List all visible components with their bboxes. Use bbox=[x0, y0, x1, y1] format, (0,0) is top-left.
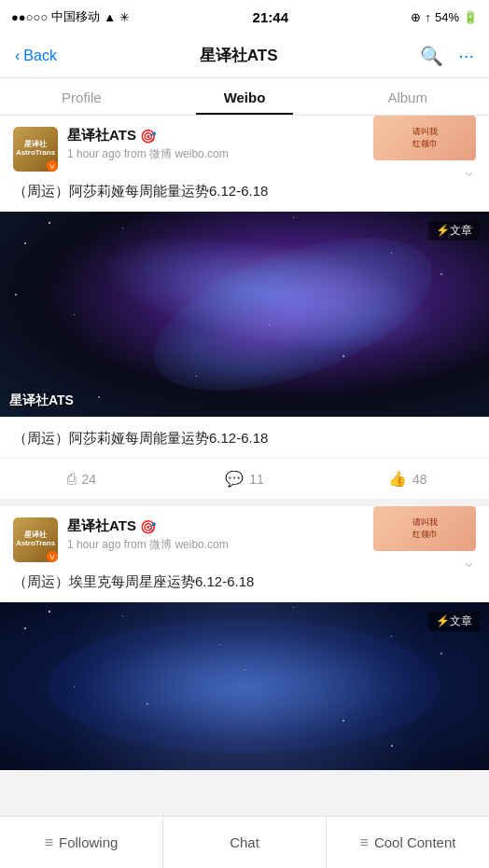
carrier: 中国移动 bbox=[51, 8, 100, 25]
dropdown-arrow-icon[interactable]: ⌄ bbox=[462, 551, 476, 572]
verified-badge: V bbox=[47, 160, 58, 172]
status-left: ●●○○○ 中国移动 ▲ ✳ bbox=[11, 8, 130, 25]
repost-count: 24 bbox=[82, 472, 97, 487]
activity-icon: ✳ bbox=[119, 10, 130, 24]
back-chevron-icon: ‹ bbox=[15, 48, 20, 64]
post-link-title[interactable]: （周运）阿莎莉娅每周能量运势6.12-6.18 bbox=[13, 417, 476, 459]
arrow-icon: ↑ bbox=[425, 10, 431, 24]
post-card: 星译社AstroTrans V 星译社ATS 🎯 1 hour ago from… bbox=[0, 116, 489, 499]
post-actions: ⎙ 24 💬 11 👍 48 bbox=[0, 458, 489, 499]
nav-actions: 🔍 ··· bbox=[420, 45, 474, 67]
following-label: Following bbox=[59, 834, 118, 850]
username-emoji: 🎯 bbox=[140, 129, 156, 144]
battery-percent: 54% bbox=[435, 10, 459, 24]
like-button[interactable]: 👍 48 bbox=[326, 459, 489, 499]
avatar[interactable]: 星译社AstroTrans V bbox=[13, 127, 58, 172]
post-image-label: ⚡文章 bbox=[428, 221, 480, 241]
wifi-icon: ▲ bbox=[104, 10, 116, 24]
status-bar: ●●○○○ 中国移动 ▲ ✳ 21:44 ⊕ ↑ 54% 🔋 bbox=[0, 0, 489, 34]
tab-bar: Profile Weibo Album bbox=[0, 78, 489, 116]
search-icon[interactable]: 🔍 bbox=[420, 45, 443, 67]
tab-profile[interactable]: Profile bbox=[0, 78, 163, 115]
verified-badge: V bbox=[47, 551, 58, 562]
status-right: ⊕ ↑ 54% 🔋 bbox=[411, 10, 478, 24]
promo-banner: 请叫我红领巾 bbox=[373, 116, 476, 160]
more-icon[interactable]: ··· bbox=[458, 45, 474, 66]
username-emoji: 🎯 bbox=[140, 519, 156, 534]
post-header: 星译社AstroTrans V 星译社ATS 🎯 1 hour ago from… bbox=[13, 127, 476, 172]
back-button[interactable]: ‹ Back bbox=[15, 48, 57, 64]
promo-banner: 请叫我红领巾 bbox=[373, 506, 476, 551]
post-text: （周运）阿莎莉娅每周能量运势6.12-6.18 bbox=[13, 181, 476, 202]
repost-button[interactable]: ⎙ 24 bbox=[0, 459, 163, 499]
page-title: 星译社ATS bbox=[200, 45, 278, 66]
post-card: 星译社AstroTrans V 星译社ATS 🎯 1 hour ago from… bbox=[0, 506, 489, 770]
post-image[interactable]: ⚡文章 星译社ATS bbox=[0, 212, 489, 417]
avatar[interactable]: 星译社AstroTrans V bbox=[13, 517, 58, 562]
stars-decoration bbox=[0, 602, 489, 770]
post-image-caption: 星译社ATS bbox=[9, 393, 74, 409]
chat-label: Chat bbox=[230, 834, 259, 850]
signal-dots: ●●○○○ bbox=[11, 10, 48, 24]
coolcontent-label: Cool Content bbox=[374, 834, 456, 850]
comment-button[interactable]: 💬 11 bbox=[163, 459, 327, 499]
location-icon: ⊕ bbox=[411, 10, 421, 24]
back-label: Back bbox=[23, 48, 57, 64]
nav-chat[interactable]: Chat bbox=[163, 817, 327, 868]
post-text: （周运）埃里克每周星座运势6.12-6.18 bbox=[13, 572, 476, 593]
time: 21:44 bbox=[253, 9, 288, 25]
comment-count: 11 bbox=[249, 472, 264, 487]
like-count: 48 bbox=[412, 472, 427, 487]
comment-icon: 💬 bbox=[225, 470, 244, 488]
battery-icon: 🔋 bbox=[463, 10, 478, 24]
repost-icon: ⎙ bbox=[67, 471, 77, 488]
post-image-label-2: ⚡文章 bbox=[428, 612, 480, 631]
post-image-2[interactable]: ⚡文章 bbox=[0, 602, 489, 770]
stars-decoration bbox=[0, 212, 489, 417]
nav-following[interactable]: ≡ Following bbox=[0, 817, 163, 868]
content-area: 星译社AstroTrans V 星译社ATS 🎯 1 hour ago from… bbox=[0, 116, 489, 830]
nav-bar: ‹ Back 星译社ATS 🔍 ··· bbox=[0, 34, 489, 78]
post-header: 星译社AstroTrans V 星译社ATS 🎯 1 hour ago from… bbox=[13, 517, 476, 562]
dropdown-arrow-icon[interactable]: ⌄ bbox=[462, 160, 476, 181]
like-icon: 👍 bbox=[388, 470, 407, 488]
tab-weibo[interactable]: Weibo bbox=[163, 78, 327, 115]
bottom-nav: ≡ Following Chat ≡ Cool Content bbox=[0, 816, 489, 868]
following-icon: ≡ bbox=[45, 834, 53, 851]
coolcontent-icon: ≡ bbox=[360, 834, 369, 851]
tab-album[interactable]: Album bbox=[326, 78, 489, 115]
nav-coolcontent[interactable]: ≡ Cool Content bbox=[327, 817, 489, 868]
